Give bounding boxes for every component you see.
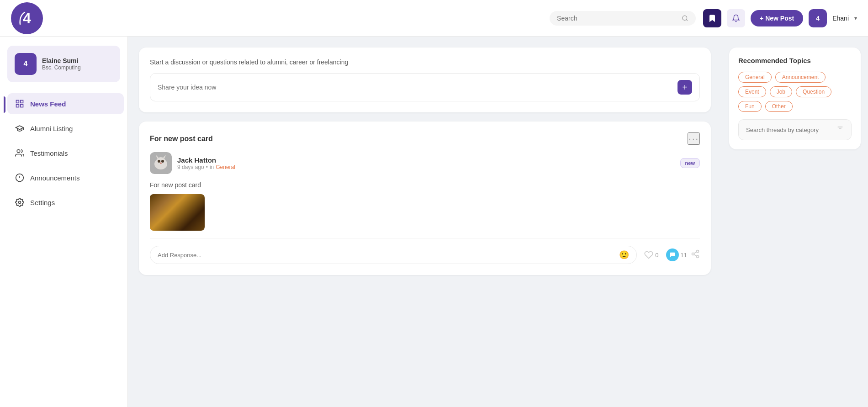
svg-line-22 (694, 252, 697, 253)
post-card: For new post card ··· (139, 122, 711, 275)
topic-tag-announcement[interactable]: Announcement (775, 72, 826, 83)
like-group: 0 (644, 250, 658, 259)
svg-rect-3 (16, 100, 19, 103)
right-sidebar: Recommended Topics General Announcement … (722, 37, 868, 407)
sidebar-item-label: Testimonials (30, 149, 68, 157)
search-threads-input[interactable] (746, 127, 833, 133)
post-image-thumbnail (150, 194, 205, 231)
like-button[interactable]: 0 (644, 250, 658, 259)
bell-icon (732, 14, 740, 22)
composer-input-area: + (150, 73, 700, 101)
svg-line-21 (694, 254, 697, 256)
svg-rect-5 (16, 105, 19, 107)
people-icon (15, 148, 25, 158)
search-threads-area (738, 119, 852, 140)
post-time-ago: 9 days ago (177, 164, 204, 170)
notification-button[interactable] (727, 9, 745, 27)
sidebar-item-label: Announcements (30, 174, 79, 182)
svg-rect-6 (21, 105, 23, 107)
post-category[interactable]: General (216, 164, 235, 170)
gear-icon (15, 197, 25, 207)
sidebar-item-label: Settings (30, 199, 55, 206)
navbar: 4 + New Post 4 Ehani ▾ (0, 0, 868, 37)
topic-tag-job[interactable]: Job (770, 86, 792, 97)
topic-tag-question[interactable]: Question (796, 86, 831, 97)
emoji-button[interactable]: 🙂 (619, 250, 629, 260)
sidebar-item-announcements[interactable]: Announcements (7, 167, 124, 188)
logo: 4 (11, 2, 43, 34)
user-name-label: Ehani (832, 15, 849, 22)
svg-rect-4 (21, 100, 23, 103)
cat-avatar-image (150, 152, 172, 174)
post-composer: Start a discussion or questions related … (139, 48, 711, 112)
grid-icon (15, 99, 25, 109)
active-nav-indicator (4, 96, 5, 113)
main-layout: 4 Elaine Sumi Bsc. Computing News (0, 37, 868, 407)
svg-point-2 (683, 16, 687, 20)
svg-point-19 (692, 253, 694, 255)
heart-icon (644, 250, 653, 259)
post-author-avatar (150, 152, 172, 174)
post-title: For new post card (150, 135, 213, 143)
new-post-button[interactable]: + New Post (751, 10, 803, 26)
svg-point-20 (697, 255, 699, 258)
global-search-input[interactable] (557, 15, 678, 22)
post-card-header: For new post card ··· (150, 132, 700, 145)
post-options-button[interactable]: ··· (688, 132, 700, 145)
post-new-badge: new (680, 158, 700, 168)
composer-description: Start a discussion or questions related … (150, 58, 700, 66)
topic-tag-fun[interactable]: Fun (738, 101, 762, 112)
comments-group: 11 (666, 248, 687, 261)
main-content: Start a discussion or questions related … (128, 37, 722, 407)
chat-bubble-icon (666, 248, 679, 261)
bookmark-button[interactable] (703, 9, 721, 27)
composer-input[interactable] (158, 84, 672, 91)
topic-tags-container: General Announcement Event Job Question … (738, 72, 852, 112)
comments-button[interactable]: 11 (666, 248, 687, 261)
topic-tag-other[interactable]: Other (765, 101, 793, 112)
comments-count: 11 (681, 252, 687, 259)
user-chevron-icon[interactable]: ▾ (854, 15, 857, 21)
sidebar-item-alumni-listing[interactable]: Alumni Listing (7, 118, 124, 139)
like-count: 0 (655, 252, 658, 259)
svg-point-18 (697, 250, 699, 252)
sidebar-item-label: News Feed (30, 100, 66, 108)
svg-point-9 (19, 201, 21, 204)
post-author-name: Jack Hatton (177, 156, 235, 164)
sidebar-item-news-feed[interactable]: News Feed (7, 93, 124, 114)
composer-add-button[interactable]: + (677, 80, 692, 95)
share-button[interactable] (691, 249, 700, 261)
recommended-topics-panel: Recommended Topics General Announcement … (729, 48, 861, 149)
sidebar-item-settings[interactable]: Settings (7, 192, 124, 213)
global-search-bar (550, 11, 696, 26)
sidebar-item-testimonials[interactable]: Testimonials (7, 143, 124, 164)
post-author-section: Jack Hatton 9 days ago • in General new (150, 152, 700, 174)
search-icon (682, 15, 688, 22)
svg-point-7 (17, 150, 20, 153)
topic-tag-general[interactable]: General (738, 72, 772, 83)
post-author-meta: 9 days ago • in General (177, 164, 235, 170)
bell-nav-icon (15, 173, 25, 183)
sidebar-user-info: Elaine Sumi Bsc. Computing (42, 57, 81, 71)
response-input[interactable] (158, 252, 615, 259)
navbar-actions: + New Post 4 Ehani ▾ (703, 9, 857, 27)
svg-point-17 (160, 163, 162, 164)
filter-icon (836, 125, 844, 134)
post-actions-bar: 🙂 0 (150, 238, 700, 264)
post-body-text: For new post card (150, 181, 700, 189)
sidebar-item-label: Alumni Listing (30, 125, 73, 132)
sidebar-user-role: Bsc. Computing (42, 64, 81, 71)
svg-point-16 (161, 160, 164, 163)
bookmark-icon (708, 14, 716, 22)
nav-menu: News Feed Alumni Listing (0, 93, 127, 215)
response-input-area: 🙂 (150, 246, 637, 264)
sidebar-user-avatar: 4 (15, 53, 37, 75)
sidebar: 4 Elaine Sumi Bsc. Computing News (0, 37, 128, 407)
post-author-info: Jack Hatton 9 days ago • in General (177, 156, 235, 170)
svg-point-15 (158, 160, 160, 163)
sidebar-user-name: Elaine Sumi (42, 57, 81, 64)
topic-tag-event[interactable]: Event (738, 86, 766, 97)
user-profile-card: 4 Elaine Sumi Bsc. Computing (7, 46, 120, 82)
user-avatar-button[interactable]: 4 (809, 9, 827, 27)
graduation-icon (15, 123, 25, 133)
